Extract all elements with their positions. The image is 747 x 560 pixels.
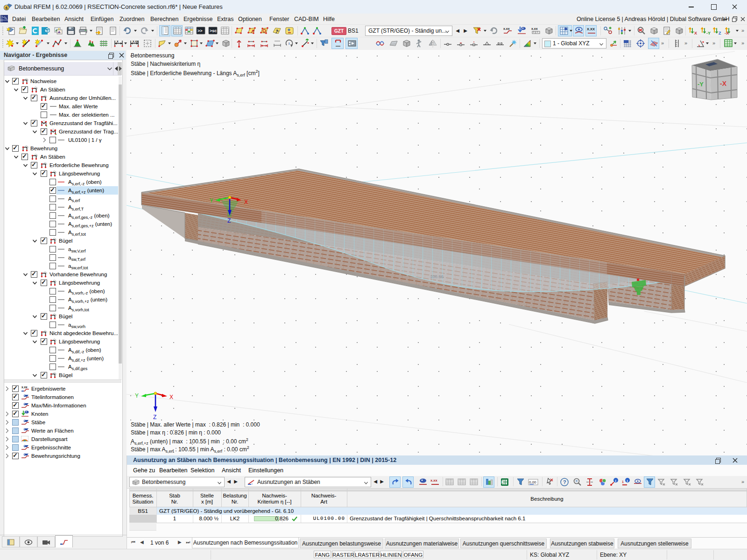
svg-text:Z: Z	[153, 414, 156, 420]
svg-text:X.XX: X.XX	[587, 27, 595, 31]
svg-text:>>: >>	[197, 28, 203, 33]
svg-text:x.xx: x.xx	[21, 385, 28, 389]
svg-text:-Y: -Y	[698, 81, 704, 88]
svg-text:I: I	[289, 42, 289, 46]
svg-text:I: I	[252, 483, 253, 485]
svg-text:-X: -X	[720, 80, 727, 87]
svg-text:100.55: 100.55	[430, 274, 444, 279]
svg-text:0,00: 0,00	[529, 480, 536, 484]
svg-text:x: x	[117, 40, 119, 43]
svg-text:Y: Y	[135, 392, 139, 399]
svg-text:i: i	[627, 479, 628, 483]
svg-text:X: X	[694, 31, 697, 35]
svg-text:x.xx: x.xx	[503, 27, 510, 30]
svg-text:Z: Z	[227, 217, 231, 224]
svg-text:X: X	[501, 480, 504, 484]
svg-text:Z: Z	[719, 31, 721, 35]
svg-text:>sc: >sc	[210, 28, 217, 33]
svg-text:6: 6	[5, 6, 7, 10]
svg-text:Y: Y	[210, 197, 213, 204]
svg-text:?: ?	[563, 479, 566, 485]
svg-text:x.xx: x.xx	[133, 40, 139, 43]
svg-text:x.xx: x.xx	[531, 27, 538, 30]
svg-text:x.xx: x.xx	[430, 478, 437, 483]
svg-text:X: X	[169, 394, 173, 400]
svg-text:-X: -X	[725, 31, 729, 35]
svg-text:-Y: -Y	[706, 31, 711, 35]
svg-text:X: X	[244, 199, 248, 205]
svg-text:1: 1	[622, 480, 624, 483]
svg-text:i: i	[615, 479, 616, 483]
